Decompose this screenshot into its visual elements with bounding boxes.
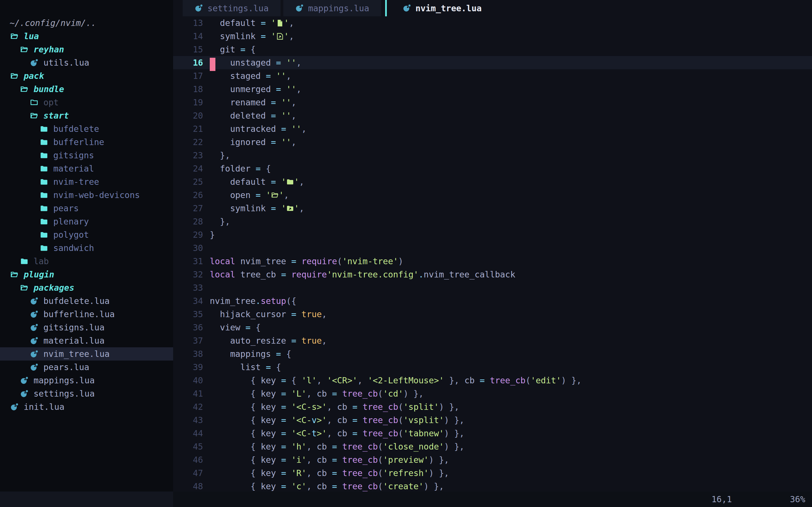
folder-open-outline-icon xyxy=(29,111,39,121)
line-number: 45 xyxy=(173,442,203,452)
lua-file-icon xyxy=(29,323,39,332)
code-line-37[interactable]: 37 auto_resize = true, xyxy=(173,334,812,347)
code-line-14[interactable]: 14 symlink = '', xyxy=(173,30,812,43)
code-line-35[interactable]: 35 hijack_cursor = true, xyxy=(173,307,812,321)
tree-item-bufdelete-lua[interactable]: bufdelete.lua xyxy=(0,294,173,307)
tree-item-opt[interactable]: opt xyxy=(0,96,173,109)
tree-item-label: bundle xyxy=(34,84,64,94)
tree-item-bundle[interactable]: bundle xyxy=(0,82,173,96)
code-line-32[interactable]: 32local tree_cb = require'nvim-tree.conf… xyxy=(173,268,812,281)
tab-nvim-tree-lua[interactable]: nvim_tree.lua xyxy=(391,0,494,16)
lua-file-icon xyxy=(29,336,39,346)
folder-open-icon xyxy=(271,191,279,199)
line-number: 17 xyxy=(173,71,203,81)
code-line-17[interactable]: 17 staged = '', xyxy=(173,69,812,82)
tree-item-nvim-web-devicons[interactable]: nvim-web-devicons xyxy=(0,188,173,202)
folder-filled-icon xyxy=(39,137,49,147)
tree-item-lab[interactable]: lab xyxy=(0,255,173,268)
tree-item-nvim-tree-lua[interactable]: nvim_tree.lua xyxy=(0,347,173,360)
tab-label: mappings.lua xyxy=(308,3,369,13)
line-content: local nvim_tree = require('nvim-tree') xyxy=(203,256,403,266)
tree-item-label: utils.lua xyxy=(43,58,89,68)
tree-item-sandwich[interactable]: sandwich xyxy=(0,241,173,255)
code-line-48[interactable]: 48 { key = 'c', cb = tree_cb('create') }… xyxy=(173,480,812,492)
line-number: 46 xyxy=(173,455,203,465)
tree-item-settings-lua[interactable]: settings.lua xyxy=(0,387,173,400)
tree-item-label: bufdelete xyxy=(53,124,99,134)
code-line-42[interactable]: 42 { key = '<C-s>', cb = tree_cb('split'… xyxy=(173,400,812,413)
tree-item-utils-lua[interactable]: utils.lua xyxy=(0,56,173,69)
code-line-27[interactable]: 27 symlink = '', xyxy=(173,202,812,215)
code-line-31[interactable]: 31local nvim_tree = require('nvim-tree') xyxy=(173,255,812,268)
tree-item-plugin[interactable]: plugin xyxy=(0,268,173,281)
code-line-44[interactable]: 44 { key = '<C-t>', cb = tree_cb('tabnew… xyxy=(173,427,812,440)
tree-item-nvim-tree[interactable]: nvim-tree xyxy=(0,175,173,188)
code-line-33[interactable]: 33 xyxy=(173,281,812,294)
code-line-24[interactable]: 24 folder = { xyxy=(173,162,812,175)
code-line-30[interactable]: 30 xyxy=(173,241,812,255)
code-line-25[interactable]: 25 default = '', xyxy=(173,175,812,188)
tree-item-plenary[interactable]: plenary xyxy=(0,215,173,228)
code-line-43[interactable]: 43 { key = '<C-v>', cb = tree_cb('vsplit… xyxy=(173,413,812,427)
code-editor[interactable]: 13 default = '',14 symlink = '',15 git =… xyxy=(173,16,812,492)
tree-item-start[interactable]: start xyxy=(0,109,173,122)
line-number: 32 xyxy=(173,270,203,279)
line-content: { key = 'h', cb = tree_cb('close_node') … xyxy=(203,442,464,452)
tree-item-reyhan[interactable]: reyhan xyxy=(0,43,173,56)
tree-item-pears[interactable]: pears xyxy=(0,202,173,215)
line-content: }, xyxy=(203,151,230,160)
line-number: 28 xyxy=(173,217,203,226)
code-line-39[interactable]: 39 list = { xyxy=(173,360,812,374)
tree-item-pears-lua[interactable]: pears.lua xyxy=(0,360,173,374)
folder-filled-icon xyxy=(39,124,49,134)
lua-file-icon xyxy=(19,389,29,399)
tree-item-lua[interactable]: lua xyxy=(0,30,173,43)
code-line-41[interactable]: 41 { key = 'L', cb = tree_cb('cd') }, xyxy=(173,387,812,400)
tree-item-label: material xyxy=(53,164,94,173)
tree-item-bufdelete[interactable]: bufdelete xyxy=(0,122,173,135)
tab-mappings-lua[interactable]: mappings.lua xyxy=(283,0,381,16)
code-line-28[interactable]: 28 }, xyxy=(173,215,812,228)
tree-item-label: sandwich xyxy=(53,243,94,253)
code-line-45[interactable]: 45 { key = 'h', cb = tree_cb('close_node… xyxy=(173,440,812,453)
tree-item-packages[interactable]: packages xyxy=(0,281,173,294)
tree-item-gitsigns-lua[interactable]: gitsigns.lua xyxy=(0,321,173,334)
tab-settings-lua[interactable]: settings.lua xyxy=(183,0,281,16)
line-content: nvim_tree.setup({ xyxy=(203,296,296,306)
line-content: { key = 'i', cb = tree_cb('preview') }, xyxy=(203,455,449,465)
folder-symlink-icon xyxy=(286,205,294,212)
code-line-20[interactable]: 20 deleted = '', xyxy=(173,109,812,122)
code-line-34[interactable]: 34nvim_tree.setup({ xyxy=(173,294,812,307)
tree-item-gitsigns[interactable]: gitsigns xyxy=(0,149,173,162)
tree-item-mappings-lua[interactable]: mappings.lua xyxy=(0,374,173,387)
code-line-21[interactable]: 21 untracked = '', xyxy=(173,122,812,135)
tree-item-bufferline-lua[interactable]: bufferline.lua xyxy=(0,307,173,321)
tree-item-pack[interactable]: pack xyxy=(0,69,173,82)
code-line-22[interactable]: 22 ignored = '', xyxy=(173,135,812,149)
code-line-26[interactable]: 26 open = '', xyxy=(173,188,812,202)
line-content: { key = 'c', cb = tree_cb('create') }, xyxy=(203,482,444,491)
code-line-16[interactable]: 16 unstaged = '', xyxy=(173,56,812,69)
lua-file-icon xyxy=(10,402,19,412)
code-line-23[interactable]: 23 }, xyxy=(173,149,812,162)
code-line-13[interactable]: 13 default = '', xyxy=(173,16,812,30)
tree-item-polygot[interactable]: polygot xyxy=(0,228,173,241)
tree-item-material-lua[interactable]: material.lua xyxy=(0,334,173,347)
tree-item-init-lua[interactable]: init.lua xyxy=(0,400,173,413)
tree-item--config-nvim-[interactable]: ~/.config/nvim/.. xyxy=(0,16,173,30)
code-line-29[interactable]: 29} xyxy=(173,228,812,241)
code-line-38[interactable]: 38 mappings = { xyxy=(173,347,812,360)
line-content: unmerged = '', xyxy=(203,84,301,94)
tree-item-bufferline[interactable]: bufferline xyxy=(0,135,173,149)
folder-closed-outline-icon xyxy=(29,98,39,107)
folder-filled-icon xyxy=(39,243,49,253)
code-line-36[interactable]: 36 view = { xyxy=(173,321,812,334)
tree-item-material[interactable]: material xyxy=(0,162,173,175)
code-line-18[interactable]: 18 unmerged = '', xyxy=(173,82,812,96)
code-line-47[interactable]: 47 { key = 'R', cb = tree_cb('refresh') … xyxy=(173,466,812,480)
code-line-46[interactable]: 46 { key = 'i', cb = tree_cb('preview') … xyxy=(173,453,812,466)
code-line-19[interactable]: 19 renamed = '', xyxy=(173,96,812,109)
code-line-15[interactable]: 15 git = { xyxy=(173,43,812,56)
line-content: open = '', xyxy=(203,190,289,200)
code-line-40[interactable]: 40 { key = { 'l', '<CR>', '<2-LeftMouse>… xyxy=(173,374,812,387)
